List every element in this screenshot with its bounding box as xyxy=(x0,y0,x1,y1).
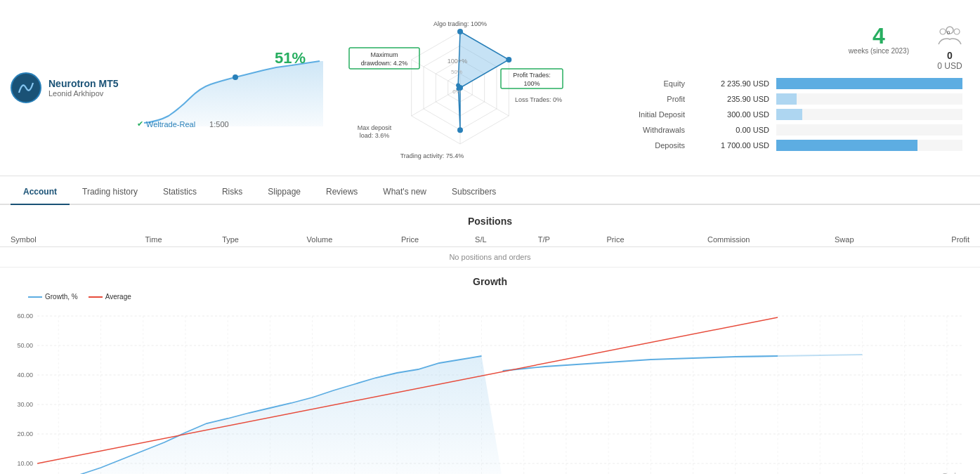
chart-legend: Growth, % Average xyxy=(28,293,980,301)
svg-text:50%: 50% xyxy=(451,69,462,75)
col-tp: T/P xyxy=(512,232,576,247)
equity-bar xyxy=(776,78,962,89)
growth-chart-svg: 60.00 50.00 40.00 30.00 20.00 10.00 0.00 xyxy=(11,308,969,474)
deposits-value: 1 700.00 USD xyxy=(692,141,769,150)
legend-average-line xyxy=(89,296,103,298)
weeks-label: weeks (since 2023) xyxy=(849,47,909,55)
legend-growth-line xyxy=(28,296,42,298)
tab-subscribers[interactable]: Subscribers xyxy=(439,180,509,205)
broker-tag: ✔ Weltrade-Real xyxy=(137,119,195,129)
svg-text:50.00: 50.00 xyxy=(18,342,34,349)
svg-text:60.00: 60.00 xyxy=(18,312,34,320)
legend-growth-label: Growth, % xyxy=(45,293,78,301)
tab-account[interactable]: Account xyxy=(11,180,70,205)
col-time: Time xyxy=(115,232,192,247)
col-type: Type xyxy=(192,232,268,247)
svg-point-31 xyxy=(954,29,960,34)
svg-text:30.00: 30.00 xyxy=(18,401,34,408)
profit-label: Profit xyxy=(594,95,685,103)
svg-text:Max deposit: Max deposit xyxy=(358,124,392,131)
svg-point-9 xyxy=(457,29,463,34)
svg-point-30 xyxy=(940,29,946,34)
withdrawals-row: Withdrawals 0.00 USD xyxy=(594,124,962,136)
col-commission: Commission xyxy=(655,232,802,247)
svg-point-14 xyxy=(456,84,460,88)
withdrawals-bar xyxy=(776,124,962,136)
growth-percent-label: 51% xyxy=(275,49,306,67)
mini-growth-chart: 51% ✔ Weltrade-Real 1:500 xyxy=(137,46,334,130)
col-symbol: Symbol xyxy=(0,232,115,247)
col-swap: Swap xyxy=(802,232,886,247)
tab-trading-history[interactable]: Trading history xyxy=(70,180,150,205)
svg-text:10.00: 10.00 xyxy=(18,460,34,467)
initial-deposit-bar xyxy=(776,109,962,120)
stats-panel: 4 weeks (since 2023) 0 0 0 USD xyxy=(587,21,969,154)
svg-text:0: 0 xyxy=(947,29,950,36)
svg-point-12 xyxy=(457,127,463,133)
equity-row: Equity 2 235.90 USD xyxy=(594,78,962,89)
subscribers-count: 0 xyxy=(937,50,962,61)
profit-bar xyxy=(776,93,962,105)
weeks-badge: 4 weeks (since 2023) xyxy=(849,25,909,71)
broker-subname: Leonid Arkhipov xyxy=(48,89,119,98)
stats-bars: Equity 2 235.90 USD Profit 235.90 USD In… xyxy=(594,78,962,151)
subscribers-icon: 0 xyxy=(937,25,962,50)
col-volume: Volume xyxy=(269,232,370,247)
initial-deposit-label: Initial Deposit xyxy=(594,110,685,119)
profit-row: Profit 235.90 USD xyxy=(594,93,962,105)
initial-deposit-row: Initial Deposit 300.00 USD xyxy=(594,109,962,120)
tab-whats-new[interactable]: What's new xyxy=(370,180,439,205)
withdrawals-label: Withdrawals xyxy=(594,126,685,134)
legend-average-label: Average xyxy=(105,293,131,301)
svg-text:20.00: 20.00 xyxy=(18,430,34,437)
svg-point-10 xyxy=(506,57,511,62)
svg-text:drawdown: 4.2%: drawdown: 4.2% xyxy=(361,60,408,67)
subscribers-area: 0 0 0 USD xyxy=(937,25,962,71)
svg-text:40.00: 40.00 xyxy=(18,371,34,378)
growth-chart-container: 60.00 50.00 40.00 30.00 20.00 10.00 0.00 xyxy=(11,308,969,474)
broker-logo xyxy=(11,72,41,103)
svg-text:Maximum: Maximum xyxy=(370,51,398,58)
svg-text:100+%: 100+% xyxy=(447,58,467,65)
weeks-number: 4 xyxy=(849,25,909,47)
growth-title: Growth xyxy=(0,276,980,287)
tab-risks[interactable]: Risks xyxy=(209,180,255,205)
tab-slippage[interactable]: Slippage xyxy=(255,180,313,205)
svg-text:Algo trading: 100%: Algo trading: 100% xyxy=(433,20,487,27)
leverage-label: 1:500 xyxy=(209,120,229,129)
tab-reviews[interactable]: Reviews xyxy=(313,180,370,205)
col-price2: Price xyxy=(576,232,655,247)
svg-text:load: 3.6%: load: 3.6% xyxy=(360,132,390,139)
col-price1: Price xyxy=(370,232,450,247)
svg-text:0%: 0% xyxy=(452,88,461,95)
svg-text:Trading activity: 75.4%: Trading activity: 75.4% xyxy=(400,152,464,159)
profit-value: 235.90 USD xyxy=(692,95,769,103)
svg-text:100%: 100% xyxy=(523,80,540,87)
broker-info-area: Neurotron MT5 Leonid Arkhipov xyxy=(11,72,123,103)
page-header: Neurotron MT5 Leonid Arkhipov 51% ✔ Welt… xyxy=(0,0,980,176)
equity-label: Equity xyxy=(594,79,685,88)
svg-text:Loss Trades: 0%: Loss Trades: 0% xyxy=(515,96,562,103)
col-sl: S/L xyxy=(450,232,512,247)
withdrawals-value: 0.00 USD xyxy=(692,126,769,134)
svg-point-0 xyxy=(233,74,238,80)
tab-bar: Account Trading history Statistics Risks… xyxy=(0,180,980,205)
legend-growth: Growth, % xyxy=(28,293,78,301)
deposits-row: Deposits 1 700.00 USD xyxy=(594,140,962,151)
deposits-bar xyxy=(776,140,962,151)
equity-value: 2 235.90 USD xyxy=(692,79,769,88)
broker-name: Neurotron MT5 xyxy=(48,78,119,89)
positions-table: Symbol Time Type Volume Price S/L T/P Pr… xyxy=(0,232,980,268)
deposits-label: Deposits xyxy=(594,141,685,150)
tab-statistics[interactable]: Statistics xyxy=(150,180,209,205)
subscribers-usd: 0 USD xyxy=(937,61,962,71)
svg-text:Profit Trades:: Profit Trades: xyxy=(513,72,551,79)
initial-deposit-value: 300.00 USD xyxy=(692,110,769,119)
legend-average: Average xyxy=(89,293,131,301)
positions-empty-message: No positions and orders xyxy=(0,247,980,268)
stats-top-row: 4 weeks (since 2023) 0 0 0 USD xyxy=(594,25,962,71)
positions-title: Positions xyxy=(0,216,980,227)
radar-chart: Algo trading: 100% 100+% 50% 0% Loss Tra… xyxy=(348,7,573,169)
col-profit: Profit xyxy=(886,232,980,247)
